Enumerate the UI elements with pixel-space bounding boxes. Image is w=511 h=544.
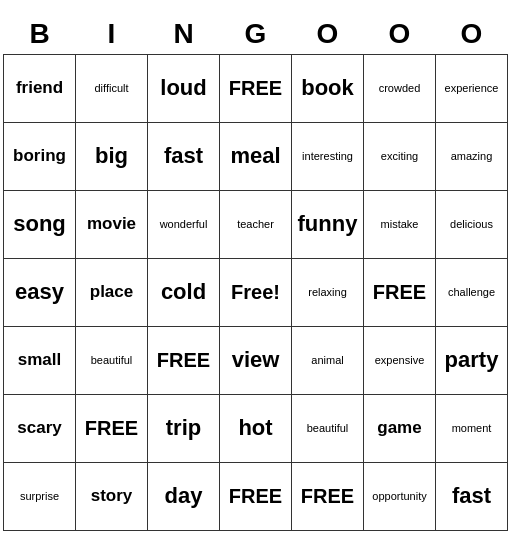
- table-row: boringbigfastmealinterestingexcitingamaz…: [4, 122, 508, 190]
- header-cell: O: [292, 14, 364, 55]
- bingo-cell: story: [76, 462, 148, 530]
- bingo-cell: difficult: [76, 54, 148, 122]
- bingo-cell: place: [76, 258, 148, 326]
- bingo-cell: funny: [292, 190, 364, 258]
- bingo-cell: animal: [292, 326, 364, 394]
- bingo-cell: teacher: [220, 190, 292, 258]
- bingo-cell: amazing: [436, 122, 508, 190]
- bingo-cell: big: [76, 122, 148, 190]
- bingo-cell: movie: [76, 190, 148, 258]
- bingo-cell: meal: [220, 122, 292, 190]
- table-row: scaryFREEtriphotbeautifulgamemoment: [4, 394, 508, 462]
- bingo-cell: book: [292, 54, 364, 122]
- bingo-cell: wonderful: [148, 190, 220, 258]
- header-cell: I: [76, 14, 148, 55]
- bingo-cell: scary: [4, 394, 76, 462]
- bingo-cell: game: [364, 394, 436, 462]
- bingo-cell: challenge: [436, 258, 508, 326]
- table-row: easyplacecoldFree!relaxingFREEchallenge: [4, 258, 508, 326]
- bingo-cell: loud: [148, 54, 220, 122]
- bingo-cell: delicious: [436, 190, 508, 258]
- header-cell: B: [4, 14, 76, 55]
- bingo-cell: hot: [220, 394, 292, 462]
- bingo-cell: trip: [148, 394, 220, 462]
- bingo-cell: day: [148, 462, 220, 530]
- bingo-cell: party: [436, 326, 508, 394]
- bingo-cell: opportunity: [364, 462, 436, 530]
- header-cell: O: [436, 14, 508, 55]
- bingo-cell: song: [4, 190, 76, 258]
- bingo-cell: fast: [436, 462, 508, 530]
- header-row: BINGOOO: [4, 14, 508, 55]
- bingo-cell: surprise: [4, 462, 76, 530]
- header-cell: G: [220, 14, 292, 55]
- header-cell: N: [148, 14, 220, 55]
- bingo-cell: expensive: [364, 326, 436, 394]
- bingo-cell: small: [4, 326, 76, 394]
- bingo-card: BINGOOO frienddifficultloudFREEbookcrowd…: [3, 14, 508, 531]
- table-row: frienddifficultloudFREEbookcrowdedexperi…: [4, 54, 508, 122]
- bingo-cell: FREE: [220, 54, 292, 122]
- bingo-cell: relaxing: [292, 258, 364, 326]
- bingo-cell: boring: [4, 122, 76, 190]
- table-row: smallbeautifulFREEviewanimalexpensivepar…: [4, 326, 508, 394]
- bingo-cell: friend: [4, 54, 76, 122]
- bingo-cell: interesting: [292, 122, 364, 190]
- table-row: surprisestorydayFREEFREEopportunityfast: [4, 462, 508, 530]
- bingo-cell: exciting: [364, 122, 436, 190]
- bingo-cell: beautiful: [76, 326, 148, 394]
- bingo-cell: experience: [436, 54, 508, 122]
- bingo-cell: easy: [4, 258, 76, 326]
- bingo-cell: crowded: [364, 54, 436, 122]
- bingo-cell: beautiful: [292, 394, 364, 462]
- bingo-cell: FREE: [148, 326, 220, 394]
- bingo-cell: view: [220, 326, 292, 394]
- header-cell: O: [364, 14, 436, 55]
- bingo-cell: mistake: [364, 190, 436, 258]
- bingo-cell: FREE: [76, 394, 148, 462]
- bingo-cell: FREE: [364, 258, 436, 326]
- bingo-cell: Free!: [220, 258, 292, 326]
- bingo-cell: moment: [436, 394, 508, 462]
- bingo-cell: fast: [148, 122, 220, 190]
- table-row: songmoviewonderfulteacherfunnymistakedel…: [4, 190, 508, 258]
- bingo-cell: FREE: [292, 462, 364, 530]
- bingo-cell: FREE: [220, 462, 292, 530]
- bingo-cell: cold: [148, 258, 220, 326]
